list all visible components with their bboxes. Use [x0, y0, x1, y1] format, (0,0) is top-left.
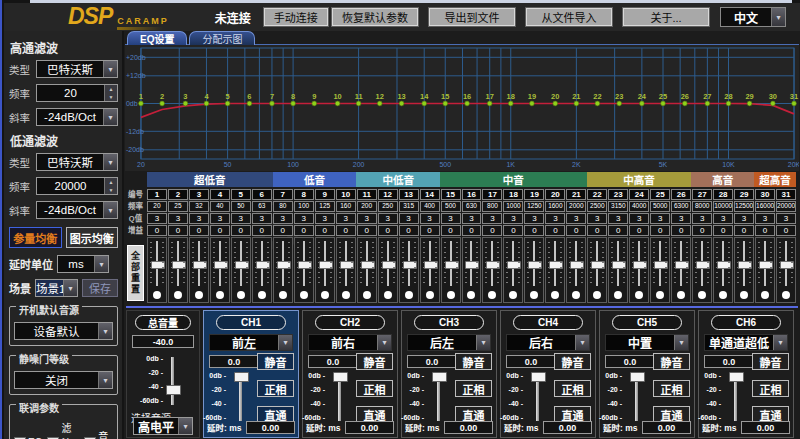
band-gain-cell[interactable]: 0	[189, 225, 209, 236]
band-slider-14[interactable]	[420, 237, 440, 303]
channel-strip-ch6[interactable]: CH6单通道超低▾0.0静音0db --20 --40 --60db -正相直通…	[698, 310, 794, 438]
band-freq-cell[interactable]: 20	[147, 201, 167, 212]
band-gain-cell[interactable]: 0	[294, 225, 314, 236]
about-button[interactable]: 关于...	[622, 7, 710, 27]
band-slider-17[interactable]	[482, 237, 502, 303]
manual-connect-button[interactable]: 手动连接	[263, 7, 329, 27]
band-slider-6[interactable]	[252, 237, 272, 303]
slider-reset-knob[interactable]	[698, 291, 706, 299]
band-number-cell[interactable]: 1	[147, 189, 167, 200]
band-freq-cell[interactable]: 125	[315, 201, 335, 212]
channel-gain-value[interactable]: 0.0	[506, 355, 556, 368]
band-q-cell[interactable]: 3	[734, 213, 754, 224]
band-q-cell[interactable]: 3	[482, 213, 502, 224]
band-gain-cell[interactable]: 0	[587, 225, 607, 236]
band-q-cell[interactable]: 3	[587, 213, 607, 224]
band-q-cell[interactable]: 3	[210, 213, 230, 224]
slider-thumb[interactable]	[633, 261, 647, 269]
band-freq-cell[interactable]: 5000	[650, 201, 670, 212]
band-gain-cell[interactable]: 0	[524, 225, 544, 236]
band-gain-cell[interactable]: 0	[671, 225, 691, 236]
lp-type-dropdown[interactable]: 巴特沃斯 ▾	[36, 153, 118, 171]
band-slider-25[interactable]	[650, 237, 670, 303]
band-q-cell[interactable]: 3	[252, 213, 272, 224]
band-number-cell[interactable]: 28	[713, 189, 733, 200]
band-gain-cell[interactable]: 0	[713, 225, 733, 236]
eq-curve-graph[interactable]: 1234567891011121314151617181920212223242…	[125, 44, 799, 171]
band-freq-cell[interactable]: 500	[441, 201, 461, 212]
slider-thumb[interactable]	[717, 261, 731, 269]
slider-thumb[interactable]	[445, 261, 459, 269]
band-slider-24[interactable]	[629, 237, 649, 303]
mute-button[interactable]: 静音	[554, 353, 591, 370]
channel-button[interactable]: CH2	[315, 315, 385, 330]
channel-gain-value[interactable]: 0.0	[704, 355, 754, 368]
band-gain-cell[interactable]: 0	[503, 225, 523, 236]
band-gain-cell[interactable]: 0	[462, 225, 482, 236]
band-freq-cell[interactable]: 630	[462, 201, 482, 212]
band-slider-19[interactable]	[524, 237, 544, 303]
channel-slider-thumb[interactable]	[234, 372, 249, 382]
slider-thumb[interactable]	[486, 261, 500, 269]
channel-delay-value[interactable]: 0.00	[246, 421, 295, 434]
band-freq-cell[interactable]: 2500	[587, 201, 607, 212]
band-q-cell[interactable]: 3	[671, 213, 691, 224]
band-freq-cell[interactable]: 800	[482, 201, 502, 212]
band-number-cell[interactable]: 10	[336, 189, 356, 200]
slider-thumb[interactable]	[696, 261, 710, 269]
slider-thumb[interactable]	[570, 261, 584, 269]
channel-delay-value[interactable]: 0.00	[444, 421, 493, 434]
band-slider-7[interactable]	[273, 237, 293, 303]
band-q-cell[interactable]: 3	[692, 213, 712, 224]
band-slider-21[interactable]	[566, 237, 586, 303]
mute-button[interactable]: 静音	[455, 353, 492, 370]
channel-name-dropdown[interactable]: 单通道超低▾	[704, 334, 788, 351]
slider-reset-knob[interactable]	[258, 291, 266, 299]
band-number-cell[interactable]: 18	[503, 189, 523, 200]
channel-slider-thumb[interactable]	[630, 372, 645, 382]
band-freq-cell[interactable]: 4000	[629, 201, 649, 212]
slider-thumb[interactable]	[654, 261, 668, 269]
band-number-cell[interactable]: 30	[755, 189, 775, 200]
slider-reset-knob[interactable]	[426, 291, 434, 299]
slider-reset-knob[interactable]	[761, 291, 769, 299]
band-freq-cell[interactable]: 12500	[734, 201, 754, 212]
band-q-cell[interactable]: 3	[545, 213, 565, 224]
band-gain-cell[interactable]: 0	[231, 225, 251, 236]
band-number-cell[interactable]: 19	[524, 189, 544, 200]
band-q-cell[interactable]: 3	[608, 213, 628, 224]
mute-button[interactable]: 静音	[356, 353, 393, 370]
slider-thumb[interactable]	[780, 261, 794, 269]
band-number-cell[interactable]: 12	[378, 189, 398, 200]
band-freq-cell[interactable]: 400	[420, 201, 440, 212]
band-number-cell[interactable]: 24	[629, 189, 649, 200]
band-q-cell[interactable]: 3	[650, 213, 670, 224]
channel-strip-ch1[interactable]: CH1前左▾0.0静音0db --20 --40 --60db -正相直通延时:…	[203, 310, 299, 438]
channel-slider-thumb[interactable]	[531, 372, 546, 382]
slider-reset-knob[interactable]	[656, 291, 664, 299]
phase-button[interactable]: 正相	[356, 380, 393, 397]
band-gain-cell[interactable]: 0	[210, 225, 230, 236]
channel-strip-ch4[interactable]: CH4后右▾0.0静音0db --20 --40 --60db -正相直通延时:…	[500, 310, 596, 438]
band-number-cell[interactable]: 29	[734, 189, 754, 200]
band-freq-cell[interactable]: 200	[357, 201, 377, 212]
scene-dropdown[interactable]: 场景1 ▾	[35, 279, 78, 297]
band-slider-2[interactable]	[168, 237, 188, 303]
band-q-cell[interactable]: 3	[357, 213, 377, 224]
lp-freq-spinner[interactable]: 20000 ▲▼	[36, 177, 118, 195]
squelch-dropdown[interactable]: 关闭 ▾	[14, 371, 113, 389]
band-q-cell[interactable]: 3	[755, 213, 775, 224]
slider-thumb[interactable]	[549, 261, 563, 269]
band-number-cell[interactable]: 13	[399, 189, 419, 200]
band-q-cell[interactable]: 3	[503, 213, 523, 224]
band-slider-10[interactable]	[336, 237, 356, 303]
channel-name-dropdown[interactable]: 后左▾	[407, 334, 491, 351]
slider-thumb[interactable]	[256, 261, 270, 269]
master-volume-button[interactable]: 总音量	[135, 315, 191, 330]
channel-delay-value[interactable]: 0.00	[642, 421, 691, 434]
band-freq-cell[interactable]: 10000	[713, 201, 733, 212]
band-q-cell[interactable]: 3	[462, 213, 482, 224]
slider-thumb[interactable]	[151, 261, 165, 269]
reset-all-button[interactable]: 全部重置	[127, 245, 144, 301]
band-number-cell[interactable]: 14	[420, 189, 440, 200]
